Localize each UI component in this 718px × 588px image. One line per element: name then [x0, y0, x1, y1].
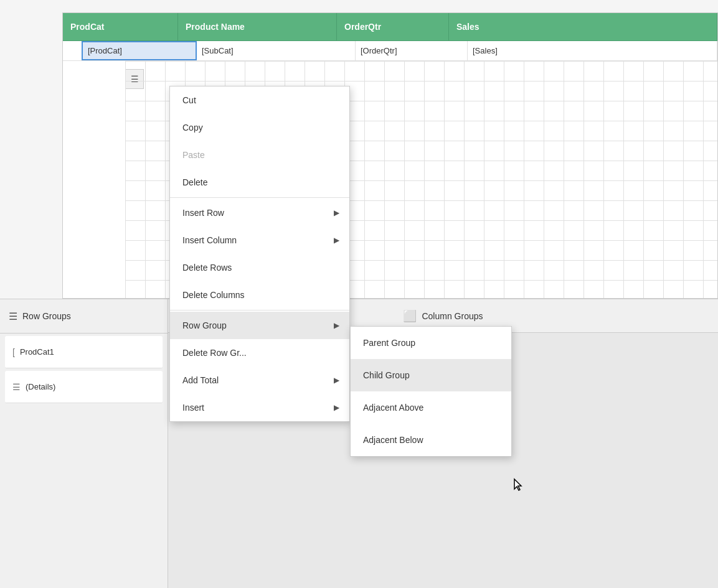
menu-item-delete-row-group-label: Delete Row Gr...	[182, 348, 247, 358]
data-row-1: ☰ [ProdCat] [SubCat] [OrderQtr] [Sales]	[63, 41, 717, 61]
menu-item-copy[interactable]: Copy	[170, 114, 349, 141]
menu-item-add-total[interactable]: Add Total ▶	[170, 366, 349, 394]
separator-2	[170, 310, 349, 310]
row-groups-icon: ☰	[9, 310, 17, 322]
col-header-productname[interactable]: Product Name	[178, 13, 337, 41]
menu-item-delete-columns[interactable]: Delete Columns	[170, 281, 349, 309]
insert-row-arrow: ▶	[334, 208, 339, 217]
row-group-item-prodcat[interactable]: [ ProdCat1	[5, 336, 163, 368]
menu-item-cut[interactable]: Cut	[170, 86, 349, 114]
cell-orderqtr-value: [OrderQtr]	[361, 46, 397, 55]
row-group-item-details[interactable]: ☰ (Details)	[5, 371, 163, 403]
col-header-orderqtr[interactable]: OrderQtr	[337, 13, 449, 41]
submenu-item-adjacent-below[interactable]: Adjacent Below	[351, 424, 511, 456]
row-group-arrow: ▶	[334, 321, 339, 330]
details-icon: ☰	[12, 382, 21, 392]
row-groups-label: Row Groups	[22, 311, 71, 321]
submenu-adjacent-above-label: Adjacent Above	[363, 403, 423, 413]
submenu-item-adjacent-above[interactable]: Adjacent Above	[351, 391, 511, 424]
prodcat-item-label: ProdCat1	[20, 347, 54, 357]
menu-item-row-group[interactable]: Row Group ▶	[170, 312, 349, 339]
menu-item-insert[interactable]: Insert ▶	[170, 394, 349, 421]
cell-prodcat-value: [ProdCat]	[88, 46, 122, 55]
cell-sales[interactable]: [Sales]	[468, 41, 717, 60]
column-groups-icon: ⬜	[403, 309, 417, 323]
submenu-parent-group-label: Parent Group	[363, 338, 415, 348]
separator-1	[170, 197, 349, 198]
menu-item-delete-rows[interactable]: Delete Rows	[170, 254, 349, 281]
menu-item-delete[interactable]: Delete	[170, 169, 349, 196]
details-item-label: (Details)	[26, 382, 55, 391]
col-header-sales[interactable]: Sales	[449, 13, 717, 41]
submenu-item-parent-group[interactable]: Parent Group	[351, 327, 511, 359]
row-groups-header: ☰ Row Groups	[0, 299, 168, 334]
menu-item-insert-column-label: Insert Column	[182, 235, 237, 245]
menu-item-copy-label: Copy	[182, 123, 203, 133]
column-groups-label: Column Groups	[422, 311, 483, 321]
cell-orderqtr[interactable]: [OrderQtr]	[356, 41, 468, 60]
submenu: Parent Group Child Group Adjacent Above …	[350, 326, 512, 457]
col-header-prodcat-label: ProdCat	[70, 22, 104, 32]
menu-item-insert-label: Insert	[182, 403, 204, 413]
context-menu: Cut Copy Paste Delete Insert Row ▶ Inser…	[169, 86, 350, 422]
menu-item-cut-label: Cut	[182, 95, 196, 105]
cell-subcat-value: [SubCat]	[202, 46, 234, 55]
menu-item-delete-rows-label: Delete Rows	[182, 263, 232, 273]
prodcat-icon: [	[12, 347, 15, 357]
cell-prodcat[interactable]: [ProdCat]	[82, 41, 197, 60]
cell-sales-value: [Sales]	[473, 46, 498, 55]
menu-item-delete-row-group[interactable]: Delete Row Gr...	[170, 339, 349, 366]
submenu-item-child-group[interactable]: Child Group	[351, 359, 511, 391]
submenu-child-group-label: Child Group	[363, 370, 410, 380]
menu-item-delete-label: Delete	[182, 177, 207, 187]
menu-item-insert-row-label: Insert Row	[182, 208, 224, 218]
cell-subcat[interactable]: [SubCat]	[197, 41, 356, 60]
spreadsheet-container: ProdCat Product Name OrderQtr Sales ☰ [P…	[0, 0, 718, 299]
menu-item-add-total-label: Add Total	[182, 375, 219, 385]
menu-item-insert-column[interactable]: Insert Column ▶	[170, 226, 349, 254]
menu-item-insert-row[interactable]: Insert Row ▶	[170, 199, 349, 226]
insert-arrow: ▶	[334, 403, 339, 412]
menu-item-paste[interactable]: Paste	[170, 141, 349, 169]
menu-item-row-group-label: Row Group	[182, 320, 227, 330]
menu-item-delete-columns-label: Delete Columns	[182, 290, 245, 300]
col-header-orderqtr-label: OrderQtr	[344, 22, 381, 32]
col-header-prodcat[interactable]: ProdCat	[63, 13, 178, 41]
submenu-adjacent-below-label: Adjacent Below	[363, 435, 423, 445]
row-groups-panel: ☰ Row Groups [ ProdCat1 ☰ (Details)	[0, 299, 168, 588]
insert-column-arrow: ▶	[334, 236, 339, 245]
column-headers: ProdCat Product Name OrderQtr Sales	[63, 13, 717, 41]
col-header-sales-label: Sales	[456, 22, 479, 32]
col-header-productname-label: Product Name	[186, 22, 245, 32]
menu-item-paste-label: Paste	[182, 150, 205, 160]
spreadsheet: ProdCat Product Name OrderQtr Sales ☰ [P…	[62, 12, 718, 299]
add-total-arrow: ▶	[334, 376, 339, 385]
